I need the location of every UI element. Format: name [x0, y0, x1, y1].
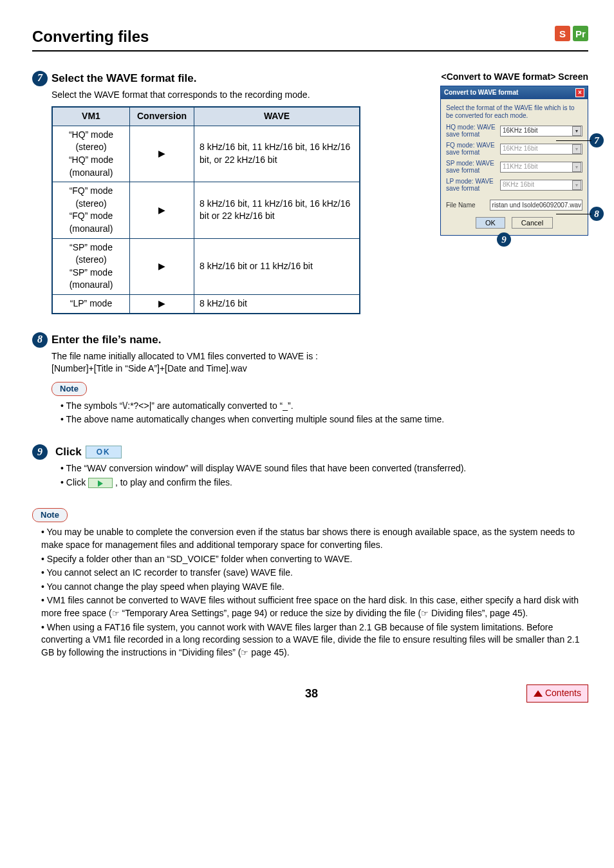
close-icon[interactable]: × [575, 88, 584, 97]
arrow-icon: ▶ [158, 260, 165, 273]
conversion-table: VM1 Conversion WAVE “HQ” mode (stereo) “… [51, 106, 360, 314]
step7-heading: 7 Select the WAVE format file. [32, 71, 389, 86]
chevron-down-icon[interactable]: ▾ [572, 162, 581, 172]
note-item: The symbols “\/:*?<>|” are automatically… [60, 400, 588, 413]
step9-prefix: Click [55, 444, 82, 460]
cell-vm1: “LP” mode [53, 295, 130, 313]
step-9-marker-icon: 9 [32, 444, 48, 460]
note-item: VM1 files cannot be converted to WAVE fi… [41, 594, 588, 619]
cell-vm1: “HQ” mode (stereo) “HQ” mode (monaural) [53, 126, 130, 182]
fq-label: FQ mode: WAVE save format [446, 142, 496, 156]
dialog-title: Convert to WAVE format [444, 88, 518, 97]
cell-wave: 8 kHz/16 bit, 11 kHz/16 bit, 16 kHz/16 b… [194, 182, 359, 238]
screen-title: <Convert to WAVE format> Screen [402, 71, 588, 84]
badge-pr-icon: Pr [573, 26, 588, 41]
th-conversion: Conversion [130, 108, 194, 126]
th-wave: WAVE [194, 108, 359, 126]
sp-label: SP mode: WAVE save format [446, 160, 496, 174]
hq-select[interactable]: 16KHz 16bit ▾ [500, 126, 582, 137]
page-title: Converting files [32, 26, 149, 48]
cell-vm1: “FQ” mode (stereo) “FQ” mode (monaural) [53, 182, 130, 238]
filename-label: File Name [446, 202, 486, 209]
note-label: Note [32, 508, 68, 522]
table-row: “FQ” mode (stereo) “FQ” mode (monaural) … [53, 182, 359, 238]
cancel-button[interactable]: Cancel [512, 217, 553, 229]
callout-9-marker-icon: 9 [497, 232, 511, 247]
filename-field[interactable]: ristan und Isolde06092007.wav [490, 200, 582, 211]
arrow-icon: ▶ [158, 297, 165, 310]
chevron-down-icon[interactable]: ▾ [572, 144, 581, 154]
note-label: Note [51, 382, 87, 396]
note-item: The above name automatically changes whe… [60, 413, 588, 426]
th-vm1: VM1 [53, 108, 130, 126]
fq-select[interactable]: 16KHz 16bit ▾ [500, 144, 582, 155]
header-badges: S Pr [555, 26, 588, 41]
play-button-inline[interactable] [88, 478, 113, 488]
page-number: 38 [97, 686, 526, 702]
step-8-marker-icon: 8 [32, 332, 48, 348]
callout-7-marker-icon: 7 [590, 133, 604, 147]
note-item: Specify a folder other than an “SD_VOICE… [41, 553, 588, 566]
hq-label: HQ mode: WAVE save format [446, 124, 496, 138]
step7-title: Select the WAVE format file. [51, 71, 196, 86]
step7-desc: Select the WAVE format that corresponds … [51, 89, 389, 102]
ok-button[interactable]: OK [476, 217, 505, 229]
note-item: You cannot select an IC recorder to tran… [41, 567, 588, 580]
step8-line2: [Number]+[Title in “Side A”]+[Date and T… [51, 363, 588, 375]
step-7-marker-icon: 7 [32, 71, 48, 86]
step8-title: Enter the file’s name. [51, 332, 161, 348]
reference-icon: ☞ [421, 609, 429, 618]
chevron-down-icon[interactable]: ▾ [572, 180, 581, 190]
lp-label: LP mode: WAVE save format [446, 178, 496, 192]
note-item: You may be unable to complete the conver… [41, 526, 588, 551]
reference-icon: ☞ [241, 648, 248, 657]
table-row: “HQ” mode (stereo) “HQ” mode (monaural) … [53, 126, 359, 182]
note-item: When using a FAT16 file system, you cann… [41, 621, 588, 659]
sp-select[interactable]: 11KHz 16bit ▾ [500, 162, 582, 173]
badge-s-icon: S [555, 26, 570, 41]
step9-item: Click , to play and confirm the files. [60, 476, 588, 489]
cell-vm1: “SP” mode (stereo) “SP” mode (monaural) [53, 239, 130, 294]
step8-line1: The file name initially allocated to VM1… [51, 350, 588, 363]
triangle-icon [534, 690, 543, 697]
arrow-icon: ▶ [158, 147, 165, 160]
step9-item: The “WAV conversion window” will display… [60, 462, 588, 475]
cell-wave: 8 kHz/16 bit or 11 kHz/16 bit [194, 239, 359, 294]
table-row: “LP” mode ▶ 8 kHz/16 bit [53, 295, 359, 313]
table-row: “SP” mode (stereo) “SP” mode (monaural) … [53, 239, 359, 295]
callout-8-marker-icon: 8 [590, 207, 604, 221]
lp-select[interactable]: 8KHz 16bit ▾ [500, 180, 582, 191]
chevron-down-icon[interactable]: ▾ [572, 126, 581, 136]
note-item: You cannot change the play speed when pl… [41, 581, 588, 594]
dialog-desc: Select the format of the WAVE file which… [446, 104, 582, 120]
arrow-icon: ▶ [158, 204, 165, 217]
reference-icon: ☞ [112, 609, 120, 618]
cell-wave: 8 kHz/16 bit [194, 295, 359, 313]
ok-button-inline[interactable]: OK [86, 446, 122, 459]
callout-line [556, 140, 591, 141]
callout-line [556, 214, 591, 214]
contents-button[interactable]: Contents [526, 684, 588, 703]
step8-heading: 8 Enter the file’s name. [32, 332, 588, 348]
step9-heading: 9 Click OK [32, 444, 588, 460]
cell-wave: 8 kHz/16 bit, 11 kHz/16 bit, 16 kHz/16 b… [194, 126, 359, 182]
